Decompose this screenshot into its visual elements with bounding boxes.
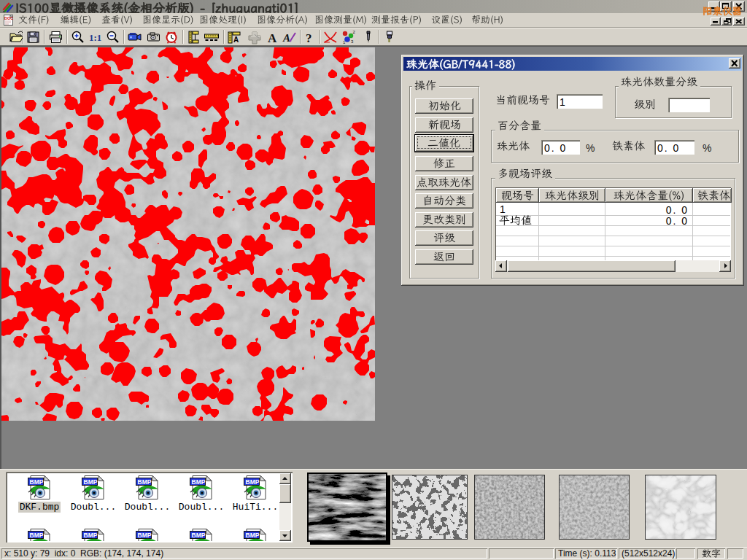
svg-text:1:1: 1:1 xyxy=(89,32,101,43)
svg-text:BMP: BMP xyxy=(84,532,98,539)
svg-text:BMP: BMP xyxy=(192,478,206,486)
svg-text:BMP: BMP xyxy=(246,532,260,539)
svg-text:BMP: BMP xyxy=(138,478,152,486)
svg-text:2: 2 xyxy=(353,30,356,34)
svg-text:BMP: BMP xyxy=(246,478,260,486)
svg-text:A: A xyxy=(268,31,277,45)
svg-text:BMP: BMP xyxy=(30,532,44,539)
svg-text:A: A xyxy=(233,36,239,44)
svg-text:A: A xyxy=(282,32,290,44)
svg-text:BMP: BMP xyxy=(138,532,152,539)
svg-text:3: 3 xyxy=(351,39,354,44)
svg-text:DOC: DOC xyxy=(4,16,13,20)
svg-text:BMP: BMP xyxy=(30,478,44,486)
svg-text:?: ? xyxy=(306,31,312,45)
svg-text:BMP: BMP xyxy=(84,478,98,486)
svg-text:BMP: BMP xyxy=(192,532,206,539)
